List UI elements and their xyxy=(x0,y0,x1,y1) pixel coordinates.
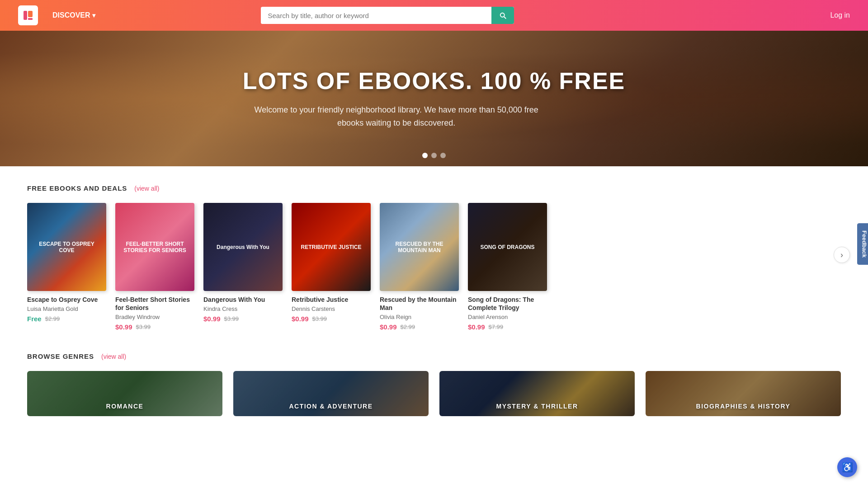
book-card-song[interactable]: SONG OF DRAGONS Song of Dragons: The Com… xyxy=(468,203,547,331)
book-author-feel: Bradley Windrow xyxy=(115,314,194,320)
book-title-feel: Feel-Better Short Stories for Seniors xyxy=(115,296,194,312)
book-card-feel[interactable]: FEEL-BETTER SHORT STORIES FOR SENIORS Fe… xyxy=(115,203,194,331)
genres-title: BROWSE GENRES xyxy=(27,352,94,360)
genre-bg-romance: ROMANCE xyxy=(27,371,222,416)
book-price-original-retributive: $3.99 xyxy=(312,315,327,322)
genres-header: BROWSE GENRES (view all) xyxy=(27,352,841,360)
hero-title: LOTS OF EBOOKS. 100 % FREE xyxy=(243,67,626,94)
genre-label-biographies: BIOGRAPHIES & HISTORY xyxy=(696,403,791,410)
book-price-original-dangerous: $3.99 xyxy=(224,315,239,322)
genres-row: ROMANCE ACTION & ADVENTURE MYSTERY & THR… xyxy=(27,371,841,416)
genre-label-mystery: MYSTERY & THRILLER xyxy=(496,403,578,410)
book-card-escape[interactable]: ESCAPE TO OSPREY COVE Escape to Osprey C… xyxy=(27,203,106,331)
book-price-sale-song: $0.99 xyxy=(468,323,485,331)
hero-dot-3[interactable] xyxy=(440,153,446,158)
book-price-sale-rescued: $0.99 xyxy=(380,323,397,331)
carousel-next-button[interactable]: › xyxy=(834,247,850,263)
book-price-original-escape: $2.99 xyxy=(45,315,60,322)
book-card-dangerous[interactable]: Dangerous With You Dangerous With You Ki… xyxy=(203,203,283,331)
genre-card-romance[interactable]: ROMANCE xyxy=(27,371,222,416)
search-icon xyxy=(499,11,507,19)
book-cover-image-escape: ESCAPE TO OSPREY COVE xyxy=(27,203,106,291)
genre-bg-biographies: BIOGRAPHIES & HISTORY xyxy=(646,371,841,416)
login-button[interactable]: Log in xyxy=(830,11,850,19)
book-cover-escape: ESCAPE TO OSPREY COVE xyxy=(27,203,106,291)
genre-bg-action: ACTION & ADVENTURE xyxy=(233,371,429,416)
book-price-row-retributive: $0.99 $3.99 xyxy=(292,315,371,323)
free-ebooks-title: FREE EBOOKS AND DEALS xyxy=(27,184,127,192)
logo[interactable] xyxy=(18,5,38,25)
svg-rect-3 xyxy=(28,18,33,20)
logo-icon xyxy=(18,5,38,25)
free-ebooks-header: FREE EBOOKS AND DEALS (view all) xyxy=(27,184,841,192)
book-price-original-song: $7.99 xyxy=(489,324,504,330)
book-cover-image-feel: FEEL-BETTER SHORT STORIES FOR SENIORS xyxy=(115,203,194,291)
hero-banner: LOTS OF EBOOKS. 100 % FREE Welcome to yo… xyxy=(0,31,868,166)
header: DISCOVER Log in xyxy=(0,0,868,31)
book-title-dangerous: Dangerous With You xyxy=(203,296,283,304)
book-author-rescued: Olivia Reign xyxy=(380,314,459,320)
book-cover-image-dangerous: Dangerous With You xyxy=(203,203,283,291)
genres-view-all[interactable]: (view all) xyxy=(101,353,126,360)
book-price-sale-retributive: $0.99 xyxy=(292,315,309,323)
search-button[interactable] xyxy=(491,7,514,24)
book-cover-image-song: SONG OF DRAGONS xyxy=(468,203,547,291)
book-title-song: Song of Dragons: The Complete Trilogy xyxy=(468,296,547,312)
search-bar xyxy=(261,7,514,24)
books-row: ESCAPE TO OSPREY COVE Escape to Osprey C… xyxy=(27,203,841,331)
book-price-row-dangerous: $0.99 $3.99 xyxy=(203,315,283,323)
hero-dot-1[interactable] xyxy=(422,153,428,158)
book-author-escape: Luisa Marietta Gold xyxy=(27,305,106,312)
book-price-row-feel: $0.99 $3.99 xyxy=(115,323,194,331)
book-card-rescued[interactable]: RESCUED BY THE MOUNTAIN MAN Rescued by t… xyxy=(380,203,459,331)
book-cover-image-retributive: RETRIBUTIVE JUSTICE xyxy=(292,203,371,291)
book-price-sale-dangerous: $0.99 xyxy=(203,315,221,323)
book-cover-dangerous: Dangerous With You xyxy=(203,203,283,291)
book-title-retributive: Retributive Justice xyxy=(292,296,371,304)
book-card-retributive[interactable]: RETRIBUTIVE JUSTICE Retributive Justice … xyxy=(292,203,371,331)
book-cover-song: SONG OF DRAGONS xyxy=(468,203,547,291)
book-price-sale-escape: Free xyxy=(27,315,42,323)
book-price-sale-feel: $0.99 xyxy=(115,323,132,331)
hero-dot-2[interactable] xyxy=(431,153,437,158)
book-cover-rescued: RESCUED BY THE MOUNTAIN MAN xyxy=(380,203,459,291)
hero-subtitle: Welcome to your friendly neighborhood li… xyxy=(243,103,550,130)
genre-label-romance: ROMANCE xyxy=(106,403,144,410)
genre-label-action: ACTION & ADVENTURE xyxy=(289,403,373,410)
book-title-rescued: Rescued by the Mountain Man xyxy=(380,296,459,312)
book-cover-image-rescued: RESCUED BY THE MOUNTAIN MAN xyxy=(380,203,459,291)
book-cover-feel: FEEL-BETTER SHORT STORIES FOR SENIORS xyxy=(115,203,194,291)
book-price-row-rescued: $0.99 $2.99 xyxy=(380,323,459,331)
free-ebooks-view-all[interactable]: (view all) xyxy=(134,185,159,192)
genre-card-action[interactable]: ACTION & ADVENTURE xyxy=(233,371,429,416)
book-price-original-feel: $3.99 xyxy=(136,324,151,330)
svg-rect-2 xyxy=(28,11,33,17)
genre-card-mystery[interactable]: MYSTERY & THRILLER xyxy=(439,371,635,416)
book-cover-retributive: RETRIBUTIVE JUSTICE xyxy=(292,203,371,291)
book-author-retributive: Dennis Carstens xyxy=(292,305,371,312)
book-price-row-song: $0.99 $7.99 xyxy=(468,323,547,331)
discover-button[interactable]: DISCOVER xyxy=(52,11,95,19)
genre-card-biographies[interactable]: BIOGRAPHIES & HISTORY xyxy=(646,371,841,416)
book-title-escape: Escape to Osprey Cove xyxy=(27,296,106,304)
main-content: FREE EBOOKS AND DEALS (view all) ESCAPE … xyxy=(0,166,868,434)
genre-bg-mystery: MYSTERY & THRILLER xyxy=(439,371,635,416)
feedback-tab[interactable]: Feedback xyxy=(858,223,868,265)
book-author-dangerous: Kindra Cress xyxy=(203,305,283,312)
hero-content: LOTS OF EBOOKS. 100 % FREE Welcome to yo… xyxy=(243,67,626,130)
book-author-song: Daniel Arenson xyxy=(468,314,547,320)
hero-dots xyxy=(422,153,446,158)
book-price-row-escape: Free $2.99 xyxy=(27,315,106,323)
book-price-original-rescued: $2.99 xyxy=(401,324,415,330)
svg-rect-1 xyxy=(24,11,27,20)
books-carousel: ESCAPE TO OSPREY COVE Escape to Osprey C… xyxy=(27,203,841,331)
search-input[interactable] xyxy=(261,7,491,24)
